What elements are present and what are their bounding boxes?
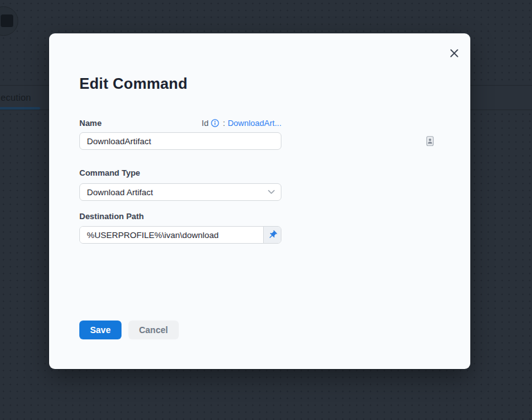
stop-run-button[interactable] — [0, 6, 18, 36]
destination-path-group — [79, 226, 281, 244]
active-tab-underline — [0, 107, 40, 110]
id-label: Id — [201, 118, 208, 128]
name-label-row: Name Id : DownloadArt... — [79, 118, 281, 128]
id-value-link[interactable]: DownloadArt... — [228, 118, 281, 128]
id-separator: : — [223, 118, 225, 128]
app-root: { "background": { "canvas": { "bg_color"… — [0, 0, 532, 420]
close-button[interactable] — [448, 47, 460, 59]
pin-path-button[interactable] — [263, 227, 281, 243]
stop-icon — [1, 14, 13, 27]
command-type-label: Command Type — [79, 168, 140, 178]
destination-path-label: Destination Path — [79, 212, 144, 221]
tab-execution[interactable]: ecution — [1, 86, 31, 110]
info-icon[interactable] — [211, 119, 219, 127]
name-label: Name — [79, 118, 101, 128]
modal-title: Edit Command — [79, 75, 188, 93]
cancel-button[interactable]: Cancel — [128, 321, 179, 339]
save-button[interactable]: Save — [79, 321, 122, 339]
chevron-down-icon — [268, 190, 275, 195]
pushpin-icon — [268, 230, 278, 240]
modal-footer: Save Cancel — [79, 321, 179, 339]
destination-path-label-row: Destination Path — [79, 212, 281, 221]
destination-path-input[interactable] — [80, 227, 263, 243]
command-type-label-row: Command Type — [79, 168, 281, 178]
close-icon — [450, 48, 459, 58]
id-info-row: Id : DownloadArt... — [201, 118, 281, 128]
name-input[interactable] — [79, 132, 281, 150]
edit-command-modal: Edit Command Name Id : DownloadArt... Co… — [49, 33, 470, 369]
command-type-value: Download Artifact — [80, 188, 268, 197]
autofill-contact-icon — [426, 136, 434, 149]
command-type-select[interactable]: Download Artifact — [79, 183, 281, 201]
